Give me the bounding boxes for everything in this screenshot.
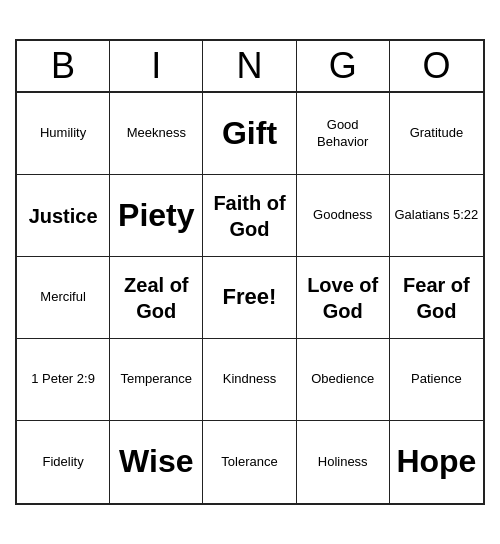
- bingo-cell: Meekness: [110, 93, 203, 175]
- bingo-cell: Gratitude: [390, 93, 483, 175]
- bingo-header: BINGO: [17, 41, 483, 93]
- bingo-cell: Free!: [203, 257, 296, 339]
- bingo-cell: Gift: [203, 93, 296, 175]
- cell-text: Faith of God: [207, 190, 291, 242]
- bingo-cell: Good Behavior: [297, 93, 390, 175]
- header-letter: G: [297, 41, 390, 91]
- cell-text: Fidelity: [43, 454, 84, 471]
- cell-text: Free!: [223, 283, 277, 312]
- cell-text: Goodness: [313, 207, 372, 224]
- bingo-cell: Piety: [110, 175, 203, 257]
- bingo-cell: Justice: [17, 175, 110, 257]
- cell-text: Zeal of God: [114, 272, 198, 324]
- cell-text: Justice: [29, 203, 98, 229]
- header-letter: B: [17, 41, 110, 91]
- cell-text: Meekness: [127, 125, 186, 142]
- bingo-cell: Merciful: [17, 257, 110, 339]
- bingo-cell: Fidelity: [17, 421, 110, 503]
- cell-text: Good Behavior: [301, 117, 385, 151]
- bingo-card: BINGO HumilityMeeknessGiftGood BehaviorG…: [15, 39, 485, 505]
- cell-text: Piety: [118, 195, 194, 237]
- bingo-cell: Galatians 5:22: [390, 175, 483, 257]
- cell-text: Obedience: [311, 371, 374, 388]
- cell-text: Hope: [396, 441, 476, 483]
- cell-text: Gratitude: [410, 125, 463, 142]
- cell-text: Fear of God: [394, 272, 479, 324]
- bingo-cell: Holiness: [297, 421, 390, 503]
- cell-text: Love of God: [301, 272, 385, 324]
- cell-text: Humility: [40, 125, 86, 142]
- bingo-cell: Goodness: [297, 175, 390, 257]
- bingo-cell: Zeal of God: [110, 257, 203, 339]
- cell-text: Tolerance: [221, 454, 277, 471]
- cell-text: Temperance: [121, 371, 193, 388]
- bingo-cell: Love of God: [297, 257, 390, 339]
- bingo-cell: Humility: [17, 93, 110, 175]
- cell-text: Wise: [119, 441, 193, 483]
- bingo-grid: HumilityMeeknessGiftGood BehaviorGratitu…: [17, 93, 483, 503]
- header-letter: O: [390, 41, 483, 91]
- bingo-cell: Faith of God: [203, 175, 296, 257]
- cell-text: Patience: [411, 371, 462, 388]
- bingo-cell: Wise: [110, 421, 203, 503]
- header-letter: I: [110, 41, 203, 91]
- cell-text: Galatians 5:22: [394, 207, 478, 224]
- bingo-cell: Obedience: [297, 339, 390, 421]
- cell-text: Kindness: [223, 371, 276, 388]
- bingo-cell: Hope: [390, 421, 483, 503]
- bingo-cell: 1 Peter 2:9: [17, 339, 110, 421]
- bingo-cell: Patience: [390, 339, 483, 421]
- cell-text: Gift: [222, 113, 277, 155]
- bingo-cell: Kindness: [203, 339, 296, 421]
- cell-text: Holiness: [318, 454, 368, 471]
- cell-text: Merciful: [40, 289, 86, 306]
- bingo-cell: Fear of God: [390, 257, 483, 339]
- cell-text: 1 Peter 2:9: [31, 371, 95, 388]
- bingo-cell: Tolerance: [203, 421, 296, 503]
- header-letter: N: [203, 41, 296, 91]
- bingo-cell: Temperance: [110, 339, 203, 421]
